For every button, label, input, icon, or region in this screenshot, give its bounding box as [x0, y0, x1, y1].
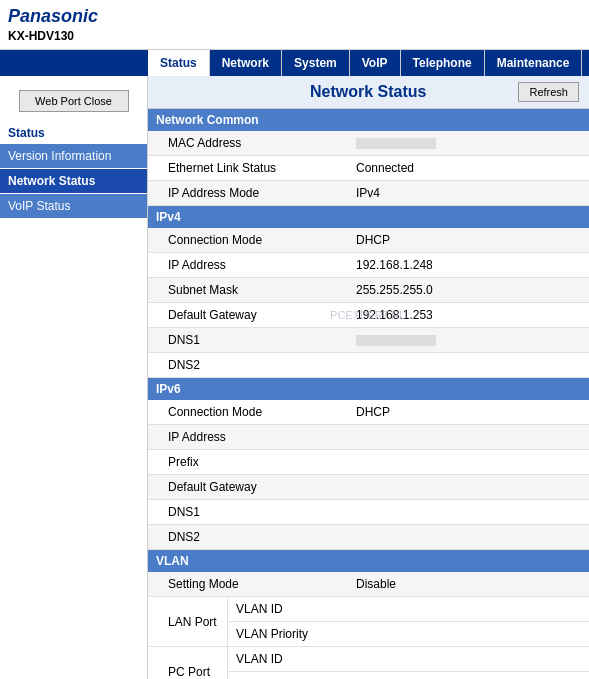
- label-ip-address-ipv6: IP Address: [148, 425, 348, 449]
- label-dns2-ipv4: DNS2: [148, 353, 348, 377]
- sub-row: VLAN Priority: [228, 672, 589, 679]
- sidebar-item-version-information[interactable]: Version Information: [0, 144, 147, 168]
- table-row: DNS2: [148, 525, 589, 550]
- table-row: Connection Mode DHCP: [148, 400, 589, 425]
- value-dns1-ipv6: [348, 500, 589, 524]
- value-prefix-ipv6: [348, 450, 589, 474]
- value-pc-vlan-id: [348, 647, 589, 671]
- brand-logo: Panasonic: [8, 6, 98, 27]
- value-ip-address-mode: IPv4: [348, 181, 589, 205]
- table-row: Subnet Mask 255.255.255.0: [148, 278, 589, 303]
- section-network-common: Network Common: [148, 109, 589, 131]
- main-header: Network Status Refresh: [148, 76, 589, 109]
- label-mac-address: MAC Address: [148, 131, 348, 155]
- value-ethernet-link-status: Connected: [348, 156, 589, 180]
- page-title: Network Status: [218, 83, 518, 101]
- table-row: Default Gateway: [148, 475, 589, 500]
- label-dns2-ipv6: DNS2: [148, 525, 348, 549]
- value-default-gateway-ipv6: [348, 475, 589, 499]
- table-row: Ethernet Link Status Connected: [148, 156, 589, 181]
- label-default-gateway-ipv4: Default Gateway: [148, 303, 348, 327]
- vlan-lan-port-row: LAN Port VLAN ID VLAN Priority: [148, 597, 589, 647]
- table-area: Network Common MAC Address Ethernet Link…: [148, 109, 589, 679]
- label-connection-mode-ipv6: Connection Mode: [148, 400, 348, 424]
- value-dns2-ipv6: [348, 525, 589, 549]
- sidebar-item-voip-status[interactable]: VoIP Status: [0, 194, 147, 218]
- label-pc-vlan-id: VLAN ID: [228, 647, 348, 671]
- value-connection-mode-ipv4: DHCP: [348, 228, 589, 252]
- label-dns1-ipv4: DNS1: [148, 328, 348, 352]
- sub-row: VLAN Priority: [228, 622, 589, 646]
- label-ip-address-mode: IP Address Mode: [148, 181, 348, 205]
- label-subnet-mask: Subnet Mask: [148, 278, 348, 302]
- value-dns1-ipv4: [348, 328, 589, 352]
- label-pc-vlan-priority: VLAN Priority: [228, 672, 348, 679]
- web-port-close-button[interactable]: Web Port Close: [19, 90, 129, 112]
- value-mac-address: [348, 131, 589, 155]
- nav-tabs: Status Network System VoIP Telephone Mai…: [148, 50, 582, 76]
- label-default-gateway-ipv6: Default Gateway: [148, 475, 348, 499]
- label-setting-mode: Setting Mode: [148, 572, 348, 596]
- navbar: Status Network System VoIP Telephone Mai…: [0, 50, 589, 76]
- value-connection-mode-ipv6: DHCP: [348, 400, 589, 424]
- label-ethernet-link-status: Ethernet Link Status: [148, 156, 348, 180]
- tab-voip[interactable]: VoIP: [350, 50, 401, 76]
- lan-port-sub-rows: VLAN ID VLAN Priority: [228, 597, 589, 646]
- section-ipv6: IPv6: [148, 378, 589, 400]
- tab-system[interactable]: System: [282, 50, 350, 76]
- main-content: Network Status Refresh Network Common MA…: [148, 76, 589, 679]
- tab-telephone[interactable]: Telephone: [401, 50, 485, 76]
- label-lan-vlan-priority: VLAN Priority: [228, 622, 348, 646]
- table-row: Connection Mode DHCP: [148, 228, 589, 253]
- sub-row: VLAN ID: [228, 647, 589, 672]
- value-default-gateway-ipv4: 192.168.1.253 PCEXPERT.RU: [348, 303, 589, 327]
- table-row: MAC Address: [148, 131, 589, 156]
- sub-row: VLAN ID: [228, 597, 589, 622]
- table-row: DNS1: [148, 500, 589, 525]
- tab-maintenance[interactable]: Maintenance: [485, 50, 583, 76]
- vlan-pc-port-row: PC Port VLAN ID VLAN Priority: [148, 647, 589, 679]
- tab-status[interactable]: Status: [148, 50, 210, 76]
- label-lan-vlan-id: VLAN ID: [228, 597, 348, 621]
- label-connection-mode-ipv4: Connection Mode: [148, 228, 348, 252]
- label-dns1-ipv6: DNS1: [148, 500, 348, 524]
- sidebar-item-network-status[interactable]: Network Status: [0, 169, 147, 193]
- value-pc-vlan-priority: [348, 672, 589, 679]
- label-lan-port: LAN Port: [148, 597, 228, 646]
- section-vlan: VLAN: [148, 550, 589, 572]
- table-row: IP Address Mode IPv4: [148, 181, 589, 206]
- table-row: Default Gateway 192.168.1.253 PCEXPERT.R…: [148, 303, 589, 328]
- value-setting-mode: Disable: [348, 572, 589, 596]
- value-lan-vlan-id: [348, 597, 589, 621]
- table-row: IP Address 192.168.1.248: [148, 253, 589, 278]
- pc-port-sub-rows: VLAN ID VLAN Priority: [228, 647, 589, 679]
- content-wrapper: Web Port Close Status Version Informatio…: [0, 76, 589, 679]
- sidebar-section-label: Status: [0, 118, 147, 144]
- table-row: DNS2: [148, 353, 589, 378]
- brand-area: Panasonic KX-HDV130: [8, 6, 98, 43]
- table-row: Setting Mode Disable: [148, 572, 589, 597]
- model-number: KX-HDV130: [8, 29, 98, 43]
- label-ip-address-ipv4: IP Address: [148, 253, 348, 277]
- value-dns2-ipv4: [348, 353, 589, 377]
- tab-network[interactable]: Network: [210, 50, 282, 76]
- header: Panasonic KX-HDV130: [0, 0, 589, 50]
- table-row: IP Address: [148, 425, 589, 450]
- value-subnet-mask: 255.255.255.0: [348, 278, 589, 302]
- value-lan-vlan-priority: [348, 622, 589, 646]
- label-pc-port: PC Port: [148, 647, 228, 679]
- value-ip-address-ipv4: 192.168.1.248: [348, 253, 589, 277]
- refresh-button[interactable]: Refresh: [518, 82, 579, 102]
- table-row: Prefix: [148, 450, 589, 475]
- navbar-brand: [0, 50, 148, 76]
- sidebar: Web Port Close Status Version Informatio…: [0, 76, 148, 679]
- label-prefix-ipv6: Prefix: [148, 450, 348, 474]
- table-row: DNS1: [148, 328, 589, 353]
- section-ipv4: IPv4: [148, 206, 589, 228]
- value-ip-address-ipv6: [348, 425, 589, 449]
